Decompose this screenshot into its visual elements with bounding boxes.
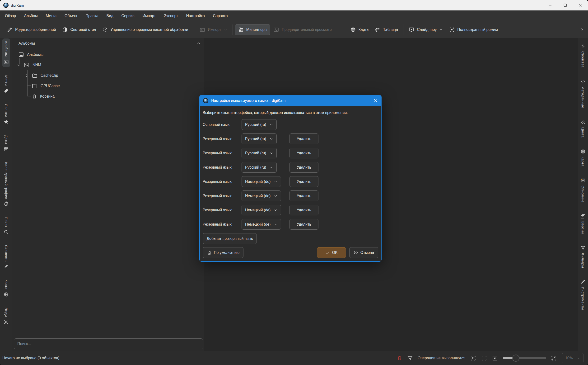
menu-item-tools[interactable]: Сервис bbox=[117, 10, 139, 21]
toolbar-overflow-button[interactable] bbox=[580, 27, 584, 32]
sidebar-tab-captions[interactable]: Описание bbox=[580, 175, 587, 205]
fallback-language-row: Резервный язык: Немецкий (de) Удалить bbox=[203, 205, 378, 215]
fallback-language-row: Резервный язык: Русский (ru) Удалить bbox=[203, 162, 378, 173]
batch-queue-button[interactable]: Управление очередями пакетной обработки bbox=[99, 24, 191, 35]
sidebar-tab-timeline[interactable]: Календарный график bbox=[3, 160, 10, 209]
sidebar-tab-albums[interactable]: Альбомы bbox=[2, 38, 10, 67]
fallback-language-row: Резервный язык: Немецкий (de) Удалить bbox=[203, 190, 378, 201]
tree-item-gpucache[interactable]: GPUCache bbox=[12, 81, 205, 91]
sidebar-tab-metadata[interactable]: Метаданные bbox=[580, 77, 587, 110]
remove-fallback-button[interactable]: Удалить bbox=[289, 133, 318, 144]
tree-item-albums-root[interactable]: Альбомы bbox=[12, 49, 205, 60]
fallback-language-row: Резервный язык: Немецкий (de) Удалить bbox=[203, 176, 378, 187]
camera-icon bbox=[199, 27, 205, 33]
tree-item-nnm[interactable]: NNM bbox=[12, 60, 205, 70]
import-button[interactable]: Импорт bbox=[197, 24, 230, 35]
menu-item-edit[interactable]: Правка bbox=[82, 10, 103, 21]
chevron-down-icon bbox=[274, 180, 277, 183]
remove-fallback-button[interactable]: Удалить bbox=[289, 205, 318, 215]
menu-item-view[interactable]: Вид bbox=[103, 10, 117, 21]
albums-panel-title: Альбомы bbox=[19, 41, 197, 46]
sidebar-tab-tools[interactable]: Инструменты bbox=[580, 277, 587, 312]
remove-fallback-button[interactable]: Удалить bbox=[289, 219, 318, 230]
batch-queue-icon bbox=[102, 27, 108, 33]
people-face-icon bbox=[4, 319, 9, 324]
main-toolbar: Редактор изображений Световой стол Управ… bbox=[0, 21, 588, 38]
sidebar-tab-versions[interactable]: Версии bbox=[580, 211, 587, 236]
sidebar-tab-properties[interactable]: Свойства bbox=[580, 41, 587, 70]
fallback-language-select[interactable]: Немецкий (de) bbox=[242, 205, 281, 215]
menu-item-tag[interactable]: Метка bbox=[42, 10, 61, 21]
menu-item-browse[interactable]: Обзор bbox=[1, 10, 20, 21]
tree-item-cacheclip[interactable]: CacheClip bbox=[12, 70, 205, 81]
search-icon bbox=[4, 229, 9, 235]
window-titlebar: digiKam bbox=[0, 0, 588, 10]
sidebar-tab-dates[interactable]: Даты bbox=[3, 133, 10, 154]
delete-trash-icon[interactable] bbox=[397, 355, 403, 361]
sidebar-tab-people[interactable]: Люди bbox=[3, 305, 10, 327]
remove-fallback-button[interactable]: Удалить bbox=[289, 176, 318, 187]
map-view-button[interactable]: Карта bbox=[347, 24, 372, 35]
sidebar-tab-map[interactable]: Карта bbox=[580, 147, 587, 169]
preview-button[interactable]: Предварительный просмотр bbox=[270, 24, 335, 35]
slideshow-icon bbox=[409, 27, 414, 33]
fullscreen-button[interactable]: Полноэкранный режим bbox=[446, 24, 501, 35]
image-editor-button[interactable]: Редактор изображений bbox=[4, 24, 59, 35]
menu-item-settings[interactable]: Настройка bbox=[182, 10, 209, 21]
ok-button[interactable]: OK bbox=[317, 247, 346, 258]
dialog-close-button[interactable] bbox=[374, 98, 378, 103]
sidebar-tab-filters[interactable]: Фильтры bbox=[580, 243, 587, 270]
chevron-down-icon bbox=[274, 208, 277, 212]
sidebar-tab-similarity[interactable]: Схожесть bbox=[3, 243, 10, 271]
filter-funnel-icon[interactable] bbox=[407, 355, 413, 361]
folder-icon bbox=[32, 83, 38, 89]
add-fallback-language-button[interactable]: Добавить резервный язык bbox=[203, 233, 257, 244]
zoom-out-fit-icon[interactable] bbox=[492, 355, 498, 361]
sidebar-tab-map[interactable]: Карта bbox=[3, 277, 10, 299]
menu-item-help[interactable]: Справка bbox=[209, 10, 232, 21]
table-view-button[interactable]: Таблица bbox=[372, 24, 401, 35]
clock-icon bbox=[4, 201, 9, 206]
remove-fallback-button[interactable]: Удалить bbox=[289, 190, 318, 201]
albums-search-input[interactable] bbox=[14, 338, 203, 349]
album-image-icon bbox=[23, 62, 30, 68]
cancel-button[interactable]: Отмена bbox=[349, 247, 378, 258]
primary-language-select[interactable]: Русский (ru) bbox=[242, 119, 277, 130]
zoom-select-icon[interactable] bbox=[470, 355, 476, 361]
minimize-button[interactable] bbox=[542, 0, 558, 10]
menu-item-import[interactable]: Импорт bbox=[138, 10, 160, 21]
menu-item-item[interactable]: Объект bbox=[61, 10, 81, 21]
remove-fallback-button[interactable]: Удалить bbox=[289, 148, 318, 158]
thumbnails-button[interactable]: Миниатюры bbox=[235, 24, 270, 35]
maximize-button[interactable] bbox=[558, 0, 573, 10]
fallback-language-select[interactable]: Немецкий (de) bbox=[242, 176, 281, 187]
light-table-button[interactable]: Световой стол bbox=[59, 24, 99, 35]
dialog-titlebar: Настройка используемого языка - digiKam bbox=[200, 95, 381, 106]
slideshow-button[interactable]: Слайд-шоу bbox=[405, 24, 446, 35]
albums-panel-collapse-button[interactable] bbox=[197, 41, 201, 46]
chevron-right-icon[interactable] bbox=[25, 74, 29, 78]
fallback-language-select[interactable]: Немецкий (de) bbox=[242, 190, 281, 201]
zoom-percent-select[interactable]: 10% bbox=[562, 353, 584, 363]
chevron-down-icon[interactable] bbox=[17, 63, 21, 67]
zoom-slider-handle[interactable] bbox=[512, 355, 520, 362]
close-button[interactable] bbox=[573, 0, 588, 10]
fallback-language-select[interactable]: Русский (ru) bbox=[242, 133, 277, 144]
zoom-slider[interactable] bbox=[503, 355, 546, 362]
fallback-language-select[interactable]: Русский (ru) bbox=[242, 162, 277, 173]
fit-window-icon[interactable] bbox=[551, 355, 557, 361]
fallback-language-select[interactable]: Русский (ru) bbox=[242, 148, 277, 158]
defaults-button[interactable]: По умолчанию bbox=[203, 247, 243, 258]
chevron-down-icon bbox=[270, 166, 273, 169]
fallback-language-select[interactable]: Немецкий (de) bbox=[242, 219, 281, 230]
sidebar-tab-labels[interactable]: Ярлыки bbox=[2, 101, 10, 127]
sidebar-tab-colors[interactable]: Цвета bbox=[580, 117, 587, 140]
menu-item-album[interactable]: Альбом bbox=[20, 10, 41, 21]
sidebar-tab-tags[interactable]: Метки bbox=[3, 73, 10, 96]
crop-frame-icon[interactable] bbox=[481, 355, 487, 361]
digikam-logo-icon bbox=[203, 98, 208, 103]
menu-item-export[interactable]: Экспорт bbox=[160, 10, 182, 21]
sidebar-tab-search[interactable]: Поиск bbox=[3, 214, 10, 237]
tree-item-trash[interactable]: Корзина bbox=[12, 91, 205, 102]
remove-fallback-button[interactable]: Удалить bbox=[289, 162, 318, 173]
